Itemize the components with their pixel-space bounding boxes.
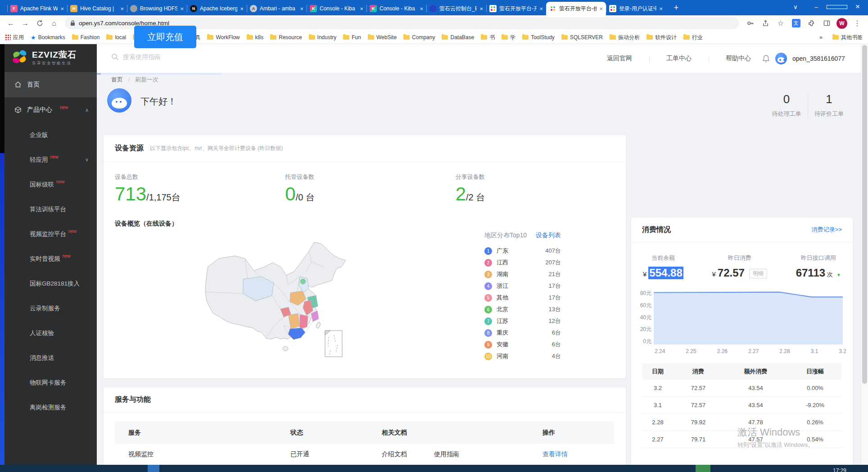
bookmarks-overflow-chevron[interactable]: » <box>819 34 823 41</box>
sidebar-subitem[interactable]: 消息推送 <box>5 345 97 370</box>
bookmark-folder[interactable]: k8s <box>247 34 264 41</box>
china-map[interactable] <box>176 235 365 370</box>
tab-close-icon[interactable]: × <box>479 5 483 12</box>
browser-tab[interactable]: Apache Flink W × <box>7 2 67 15</box>
search-box[interactable] <box>111 53 258 60</box>
tab-close-icon[interactable]: × <box>120 5 124 12</box>
sidebar-subitem[interactable]: 国标级联 new <box>5 172 97 197</box>
bookmark-folder[interactable]: 书 <box>481 34 495 41</box>
chevron-down-icon[interactable]: ∨ <box>85 157 89 163</box>
tab-search-icon[interactable]: ∨ <box>785 4 806 10</box>
sidebar-subitem[interactable]: 物联网卡服务 <box>5 370 97 395</box>
page-scrollbar[interactable] <box>861 44 868 465</box>
browser-tab[interactable]: Console - Kiba × <box>366 2 426 15</box>
sidebar-subitem[interactable]: 人证核验 <box>5 321 97 345</box>
maximize-button[interactable] <box>827 4 847 10</box>
doc-link-intro[interactable]: 介绍文档 <box>382 450 407 458</box>
bookmark-folder[interactable]: Resource <box>270 34 302 41</box>
extensions-puzzle-icon[interactable] <box>805 17 818 30</box>
reload-button[interactable] <box>33 17 46 30</box>
bookmark-folder[interactable]: Fun <box>343 34 361 41</box>
sidebar-item-home[interactable]: 首页 <box>5 72 97 97</box>
profile-avatar[interactable]: W <box>836 17 848 30</box>
bookmark-folder[interactable]: 软件设计 <box>646 34 677 41</box>
minimize-button[interactable]: – <box>806 4 827 10</box>
bookmark-folder[interactable]: Fashion <box>72 34 100 41</box>
menu-kebab-icon[interactable]: ⋮ <box>851 17 863 30</box>
browser-tab[interactable]: Browsing HDFS × <box>127 2 187 15</box>
browser-tab[interactable]: Console - Kiba × <box>307 2 366 15</box>
new-tab-button[interactable]: + <box>670 2 682 14</box>
back-button[interactable]: ← <box>5 17 17 30</box>
bookmark-folder[interactable]: WorkFlow <box>207 34 240 41</box>
tab-close-icon[interactable]: × <box>300 5 303 12</box>
search-input[interactable] <box>123 53 258 60</box>
share-icon[interactable] <box>759 17 772 30</box>
tab-close-icon[interactable]: × <box>599 5 603 12</box>
detail-button[interactable]: 明细 <box>749 269 767 278</box>
forward-button[interactable]: → <box>19 17 32 30</box>
tab-close-icon[interactable]: × <box>420 5 423 12</box>
chevron-up-icon[interactable]: ∧ <box>85 107 89 113</box>
home-button[interactable]: ⌂ <box>48 17 60 30</box>
bookmark-folder[interactable]: 振动分析 <box>610 34 640 41</box>
close-button[interactable]: × <box>847 2 868 11</box>
doc-link-guide[interactable]: 使用指南 <box>434 450 459 458</box>
scrollbar-thumb[interactable] <box>862 45 867 384</box>
browser-tab[interactable]: 萤石开放平台-接 × <box>546 2 606 15</box>
bookmark-folder[interactable]: SQLSERVER <box>561 34 603 41</box>
sidebar-subitem[interactable]: 云录制服务 <box>5 296 97 321</box>
header-link[interactable]: 工单中心 <box>649 54 709 63</box>
sidebar-subitem[interactable]: 企业版 <box>5 123 97 147</box>
taskbar-app-highlight[interactable] <box>148 465 159 472</box>
view-detail-link[interactable]: 查看详情 <box>542 450 615 458</box>
bookmarks-shortcut[interactable]: ★Bookmarks <box>31 34 65 41</box>
device-list-link[interactable]: 设备列表 <box>536 231 561 240</box>
side-panel-icon[interactable] <box>820 17 833 30</box>
sidebar-item-product-center[interactable]: 产品中心 new ∧ <box>5 97 97 123</box>
sidebar-subitem[interactable]: 离岗检测服务 <box>5 395 97 420</box>
other-bookmarks[interactable]: 其他书签 <box>832 34 863 41</box>
bookmark-star-icon[interactable]: ☆ <box>774 17 787 30</box>
breadcrumb-home[interactable]: 首页 <box>111 76 123 83</box>
browser-tab[interactable]: Apache Iceberg × <box>187 2 247 15</box>
sidebar-subitem[interactable]: 轻应用 new ∨ <box>5 147 97 172</box>
user-avatar[interactable] <box>775 53 787 64</box>
browser-tab[interactable]: Hive Catalog | × <box>67 2 127 15</box>
header-link[interactable]: 帮助中心 <box>709 54 768 63</box>
bookmark-folder[interactable]: local <box>106 34 126 41</box>
tab-close-icon[interactable]: × <box>60 5 64 12</box>
bookmark-folder[interactable]: Company <box>403 34 435 41</box>
taskbar-app-highlight[interactable] <box>696 465 710 472</box>
bookmark-folder[interactable]: ToolStudy <box>522 34 555 41</box>
recharge-button[interactable]: 立即充值 <box>134 26 196 48</box>
bookmark-folder[interactable]: WebSite <box>368 34 397 41</box>
header-link[interactable]: 返回官网 <box>590 54 649 63</box>
apps-shortcut[interactable]: 应用 <box>5 34 24 41</box>
bookmark-folder[interactable]: DataBase <box>442 34 474 41</box>
sidebar-subitem[interactable]: 实时音视频 new <box>5 246 97 271</box>
bookmark-folder[interactable]: 学 <box>502 34 515 41</box>
username[interactable]: open_3581616077 <box>792 55 845 62</box>
sidebar-subitem[interactable]: 视频监控平台 new <box>5 222 97 246</box>
dropdown-caret-icon[interactable]: ▼ <box>836 272 841 277</box>
breadcrumb-current[interactable]: 刷新一次 <box>135 76 158 83</box>
translate-icon[interactable]: 文 <box>790 17 802 30</box>
browser-tab[interactable]: Ambari - amba × <box>247 2 307 15</box>
tab-close-icon[interactable]: × <box>360 5 363 12</box>
sidebar-subitem[interactable]: 国标GB28181接入 <box>5 271 97 296</box>
windows-taskbar[interactable]: 17:29 <box>0 465 868 472</box>
browser-tab[interactable]: 登录-用户认证中 × <box>606 2 666 15</box>
tab-close-icon[interactable]: × <box>180 5 184 12</box>
ticket-stat[interactable]: 0 待处理工单 <box>765 92 808 118</box>
sidebar-subitem[interactable]: 算法训练平台 <box>5 197 97 222</box>
bookmark-folder[interactable]: 行业 <box>683 34 703 41</box>
tab-close-icon[interactable]: × <box>539 5 543 12</box>
key-icon[interactable] <box>744 17 756 30</box>
consumption-records-link[interactable]: 消费记录>> <box>812 226 842 234</box>
tab-close-icon[interactable]: × <box>240 5 244 12</box>
browser-tab[interactable]: 萤石云控制台_E × <box>426 2 486 15</box>
bell-icon[interactable] <box>762 54 770 63</box>
logo[interactable]: EZVIZ萤石 乐享安全智能生活 <box>5 44 97 72</box>
ticket-stat[interactable]: 1 待评价工单 <box>808 92 850 118</box>
